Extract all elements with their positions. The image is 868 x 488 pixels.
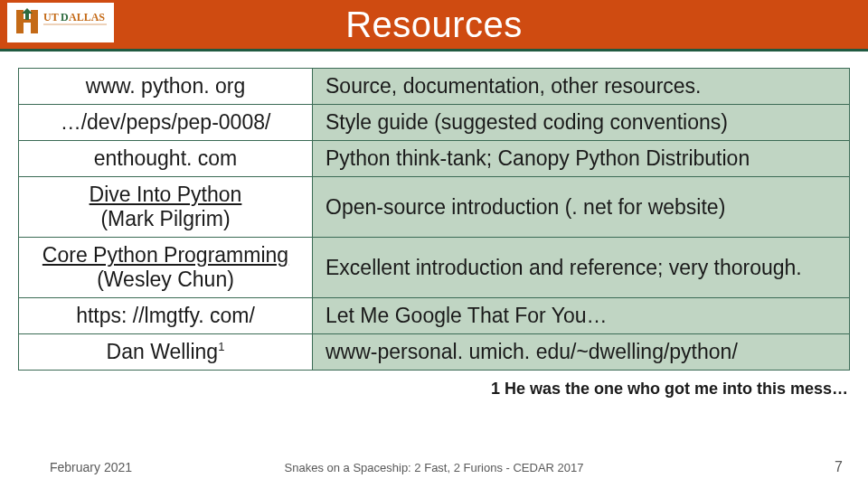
resource-name-cell: enthought. com	[19, 141, 313, 177]
footnote: 1 He was the one who got me into this me…	[0, 380, 848, 399]
ut-dallas-logo: UT D ALLAS	[7, 3, 114, 42]
table-row: …/dev/peps/pep-0008/Style guide (suggest…	[19, 105, 849, 141]
table-row: Dan Welling1www-personal. umich. edu/~dw…	[19, 334, 849, 370]
table-row: Dive Into Python(Mark Pilgrim)Open-sourc…	[19, 177, 849, 238]
footer-subtitle: Snakes on a Spaceship: 2 Fast, 2 Furions…	[285, 461, 584, 474]
footnote-ref: 1	[218, 340, 224, 353]
slide-number: 7	[835, 459, 843, 475]
resource-name: Dive Into Python	[90, 183, 242, 207]
resource-name: …/dev/peps/pep-0008/	[61, 110, 271, 135]
resource-description-cell: Style guide (suggested coding convention…	[313, 105, 849, 141]
resource-description-cell: Open-source introduction (. net for webs…	[313, 177, 849, 238]
resource-description-cell: www-personal. umich. edu/~dwelling/pytho…	[313, 334, 849, 370]
resource-name: Dan Welling1	[107, 340, 225, 364]
resource-name-cell: …/dev/peps/pep-0008/	[19, 105, 313, 141]
resource-name-cell: Dive Into Python(Mark Pilgrim)	[19, 177, 313, 238]
footer-date: February 2021	[50, 460, 132, 474]
resource-name: enthought. com	[94, 146, 238, 171]
resource-name-cell: https: //lmgtfy. com/	[19, 298, 313, 334]
resource-description-cell: Source, documentation, other resources.	[313, 69, 849, 105]
resource-description-cell: Python think-tank; Canopy Python Distrib…	[313, 141, 849, 177]
title-underline	[0, 49, 868, 52]
resource-name-cell: Core Python Programming(Wesley Chun)	[19, 238, 313, 298]
slide-title: Resources	[0, 5, 868, 45]
resource-name: https: //lmgtfy. com/	[76, 304, 255, 328]
resource-name: Core Python Programming	[42, 243, 288, 267]
resource-author: (Mark Pilgrim)	[100, 207, 230, 231]
footer: February 2021 Snakes on a Spaceship: 2 F…	[0, 459, 868, 475]
resource-name: www. python. org	[86, 74, 245, 99]
table-row: enthought. comPython think-tank; Canopy …	[19, 141, 849, 177]
resource-description-cell: Excellent introduction and reference; ve…	[313, 238, 849, 298]
header-bar: UT D ALLAS Resources	[0, 0, 868, 49]
svg-text:ALLAS: ALLAS	[69, 11, 105, 23]
table-row: www. python. orgSource, documentation, o…	[19, 69, 849, 105]
resource-author: (Wesley Chun)	[97, 267, 234, 292]
resource-name-cell: www. python. org	[19, 69, 313, 105]
resource-name-cell: Dan Welling1	[19, 334, 313, 370]
table-row: Core Python Programming(Wesley Chun)Exce…	[19, 238, 849, 298]
svg-text:D: D	[61, 11, 69, 23]
resource-description-cell: Let Me Google That For You…	[313, 298, 849, 334]
svg-text:UT: UT	[43, 11, 59, 23]
resources-table: www. python. orgSource, documentation, o…	[18, 68, 850, 371]
table-row: https: //lmgtfy. com/Let Me Google That …	[19, 298, 849, 334]
